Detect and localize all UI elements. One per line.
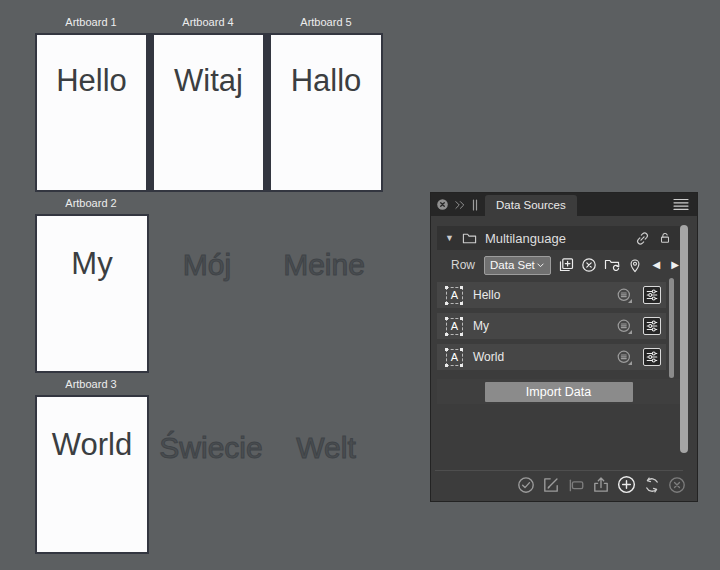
unlock-icon[interactable]	[658, 231, 672, 245]
panel-collapse-chevrons-icon[interactable]	[454, 199, 466, 211]
artboard-3-text[interactable]: World	[52, 428, 132, 552]
row-label: Row	[451, 258, 475, 272]
ghost-text-welt[interactable]: Welt	[282, 431, 370, 465]
field-settings-icon[interactable]	[643, 286, 661, 304]
disclosure-triangle-icon[interactable]: ▼	[445, 234, 454, 243]
field-label: My	[473, 319, 606, 333]
panel-toolbar	[517, 475, 686, 494]
panel-close-icon[interactable]	[436, 198, 449, 211]
artboard-3[interactable]: World	[35, 395, 149, 554]
panel-drag-handle-icon[interactable]	[471, 199, 479, 211]
chevron-down-icon	[536, 261, 545, 270]
apply-check-icon[interactable]	[517, 476, 535, 494]
text-frame-icon: A	[446, 349, 463, 366]
app-canvas: { "canvas": { "artboards": [ { "name": "…	[0, 0, 720, 570]
artboard-4-label[interactable]: Artboard 4	[153, 16, 263, 28]
artboard-4-text[interactable]: Witaj	[174, 64, 243, 190]
ghost-text-swiecie[interactable]: Świecie	[152, 431, 270, 465]
dataset-controls-row: Row Data Set	[437, 254, 680, 276]
panel-scrollbar[interactable]	[680, 225, 688, 453]
previous-record-icon[interactable]: ◀	[652, 260, 662, 270]
fields-scrollbar[interactable]	[669, 278, 674, 378]
artboard-1-label[interactable]: Artboard 1	[36, 16, 146, 28]
dataset-dropdown[interactable]: Data Set	[484, 256, 551, 275]
artboard-group-top-row: Hello Witaj Hallo	[35, 33, 383, 192]
artboard-2-label[interactable]: Artboard 2	[36, 197, 146, 209]
folder-icon	[462, 231, 477, 246]
delete-dataset-icon[interactable]	[581, 257, 597, 273]
export-icon[interactable]	[592, 476, 610, 494]
artboard-2-text[interactable]: My	[71, 247, 112, 371]
artboard-3-label[interactable]: Artboard 3	[36, 378, 146, 390]
artboard-5-label[interactable]: Artboard 5	[271, 16, 381, 28]
artboard-1-text[interactable]: Hello	[56, 64, 127, 190]
field-menu-icon[interactable]	[616, 349, 633, 366]
toolbar-separator	[435, 470, 683, 471]
field-menu-icon[interactable]	[616, 287, 633, 304]
data-source-group-name: Multilanguage	[485, 231, 566, 246]
edit-icon[interactable]	[542, 476, 560, 494]
artboard-5[interactable]: Hallo	[271, 35, 381, 190]
field-menu-icon[interactable]	[616, 318, 633, 335]
artboard-1[interactable]: Hello	[37, 35, 146, 190]
tab-data-sources[interactable]: Data Sources	[485, 195, 577, 216]
text-frame-icon: A	[446, 318, 463, 335]
field-row-hello[interactable]: A Hello	[437, 282, 666, 308]
link-icon[interactable]	[635, 231, 650, 246]
add-dataset-icon[interactable]	[558, 257, 574, 273]
remove-icon[interactable]	[668, 476, 686, 494]
import-data-button[interactable]: Import Data	[485, 382, 633, 402]
field-label: World	[473, 350, 606, 364]
field-row-my[interactable]: A My	[437, 313, 666, 339]
artboard-4[interactable]: Witaj	[154, 35, 263, 190]
reload-source-folder-icon[interactable]	[604, 257, 621, 273]
ghost-text-moj[interactable]: Mój	[162, 248, 252, 282]
text-frame-icon: A	[446, 287, 463, 304]
next-record-icon[interactable]: ▶	[670, 260, 680, 270]
field-row-world[interactable]: A World	[437, 344, 666, 370]
ghost-text-meine[interactable]: Meine	[272, 248, 376, 282]
field-settings-icon[interactable]	[643, 348, 661, 366]
data-sources-panel: Data Sources ▼ Multilanguage	[430, 192, 698, 502]
import-row: Import Data	[437, 379, 680, 404]
artboard-5-text[interactable]: Hallo	[291, 64, 362, 190]
artboard-2[interactable]: My	[35, 214, 149, 373]
location-pin-icon[interactable]	[628, 258, 642, 273]
dataset-dropdown-value: Data Set	[490, 259, 535, 271]
field-label: Hello	[473, 288, 606, 302]
field-settings-icon[interactable]	[643, 317, 661, 335]
rename-field-icon[interactable]	[567, 476, 585, 494]
panel-menu-icon[interactable]	[673, 198, 689, 211]
sync-icon[interactable]	[643, 476, 661, 494]
data-source-group-row[interactable]: ▼ Multilanguage	[437, 226, 680, 250]
add-icon[interactable]	[617, 475, 636, 494]
panel-header: Data Sources	[431, 193, 697, 216]
